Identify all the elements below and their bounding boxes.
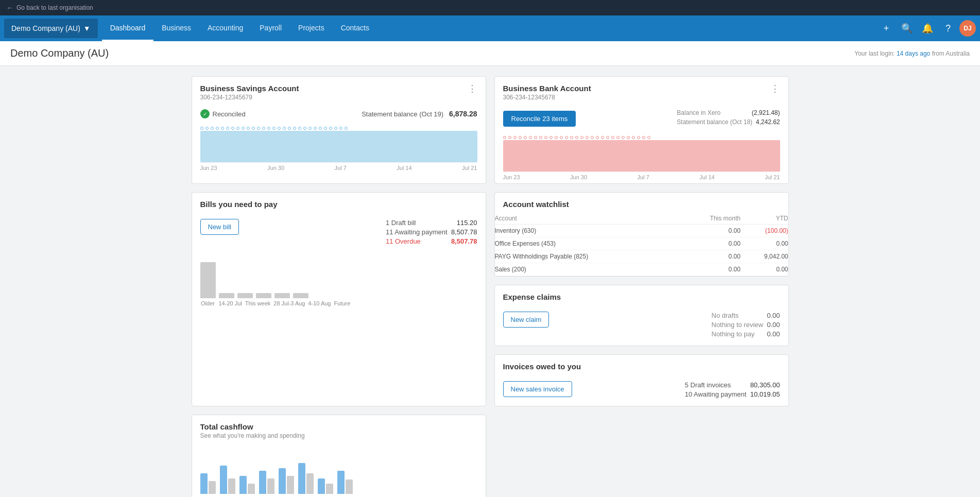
chart-label: Jul 21: [462, 165, 477, 171]
nav-dashboard[interactable]: Dashboard: [102, 15, 154, 41]
invoice-draft-amount: 80,305.00: [750, 381, 780, 389]
watchlist-table: Account This month YTD Inventory (630) 0…: [495, 213, 788, 276]
watchlist-title: Account watchlist: [503, 200, 569, 209]
chart-dot: [252, 127, 255, 130]
nav-payroll[interactable]: Payroll: [251, 15, 290, 41]
chart-dot: [616, 136, 620, 139]
cashflow-bar-group-2: [220, 466, 235, 494]
last-login-link[interactable]: 14 days ago: [897, 50, 930, 57]
chart-dot: [257, 127, 260, 130]
bank-balance-info: Balance in Xero (2,921.48) Statement bal…: [677, 109, 780, 128]
top-bar[interactable]: ← Go back to last organisation: [0, 0, 980, 15]
reconcile-button[interactable]: Reconcile 23 items: [503, 111, 576, 127]
new-sales-invoice-button[interactable]: New sales invoice: [503, 381, 572, 397]
savings-account-card: Business Savings Account 306-234-1234567…: [192, 76, 486, 184]
chart-dot: [314, 127, 317, 130]
watchlist-ytd-1: 0.00: [741, 237, 788, 250]
chart-dot: [642, 136, 645, 139]
bank-chart-labels: Jun 23 Jun 30 Jul 7 Jul 14 Jul 21: [503, 172, 780, 180]
bills-bar-labels: Older 14-20 Jul This week 28 Jul-3 Aug 4…: [200, 300, 477, 306]
chart-dot: [503, 136, 506, 139]
chart-dot: [200, 127, 203, 130]
bills-overdue-label: 11 Overdue: [386, 237, 421, 245]
nav-accounting[interactable]: Accounting: [199, 15, 251, 41]
bills-header: New bill 1 Draft bill 115.20 11 Awaiting…: [200, 219, 477, 247]
cashflow-bar-blue-3: [239, 476, 247, 494]
help-button[interactable]: ?: [939, 19, 957, 38]
new-claim-button[interactable]: New claim: [503, 312, 549, 328]
invoice-awaiting-amount: 10,019.05: [750, 390, 780, 398]
savings-statement-amount: 6,878.28: [449, 110, 477, 118]
savings-card-header: Business Savings Account 306-234-1234567…: [192, 77, 486, 105]
expense-drafts-row: No drafts 0.00: [712, 312, 780, 319]
expense-claims-card: Expense claims New claim No drafts 0.00 …: [494, 285, 789, 346]
nav-items: Dashboard Business Accounting Payroll Pr…: [102, 15, 877, 41]
bank-number: 306-234-12345678: [503, 94, 591, 101]
watchlist-ytd-3: 0.00: [741, 263, 788, 276]
expense-header: New claim No drafts 0.00 Nothing to revi…: [503, 312, 780, 339]
chart-label: Jun 30: [570, 174, 587, 180]
last-login-prefix: Your last login:: [854, 50, 897, 57]
bar-1420: [219, 293, 234, 298]
bank-chart-fill: [503, 140, 780, 172]
reconcile-status: ✓ Reconciled: [200, 109, 246, 118]
cashflow-bar-group-1: [200, 473, 216, 494]
chart-label: Jul 21: [765, 174, 780, 180]
cashflow-bar-blue-4: [259, 471, 266, 494]
nav-contacts[interactable]: Contacts: [333, 15, 377, 41]
new-bill-button[interactable]: New bill: [200, 219, 239, 235]
bank-statement-label: Statement balance (Oct 18): [677, 118, 752, 126]
add-button[interactable]: +: [877, 19, 896, 38]
cashflow-bar-group-4: [259, 471, 274, 494]
watchlist-account-2: PAYG Withholdings Payable (825): [495, 250, 680, 263]
chart-dot: [591, 136, 594, 139]
savings-menu-icon[interactable]: ⋮: [468, 84, 477, 93]
chart-dot: [298, 127, 301, 130]
cashflow-bar-blue-8: [337, 471, 345, 494]
watchlist-thismonth-3: 0.00: [680, 263, 741, 276]
user-avatar[interactable]: DJ: [959, 20, 976, 37]
bank-statement-row: Statement balance (Oct 18) 4,242.62: [677, 118, 780, 126]
bills-overdue-row: 11 Overdue 8,507.78: [386, 237, 477, 245]
chart-dot: [205, 127, 209, 130]
bills-draft-row: 1 Draft bill 115.20: [386, 219, 477, 227]
cashflow-bar-gray-5: [287, 476, 294, 494]
bar-thisweek: [237, 293, 253, 298]
bank-chart-container: [503, 136, 780, 172]
chart-dot: [611, 136, 614, 139]
cashflow-bar-blue-7: [318, 478, 325, 494]
cashflow-bar-blue-5: [279, 468, 286, 494]
chart-dot: [329, 127, 332, 130]
dropdown-arrow-icon: ▼: [83, 24, 91, 32]
col-ytd: YTD: [741, 213, 788, 225]
bills-content: New bill 1 Draft bill 115.20 11 Awaiting…: [192, 213, 486, 253]
notifications-button[interactable]: 🔔: [918, 19, 937, 38]
chart-dot: [293, 127, 296, 130]
nav-projects[interactable]: Projects: [290, 15, 333, 41]
chart-dot: [267, 127, 270, 130]
bank-xero-value: (2,921.48): [752, 109, 780, 116]
invoices-header: New sales invoice 5 Draft invoices 80,30…: [503, 381, 780, 400]
bank-card-header: Business Bank Account 306-234-12345678 ⋮: [495, 77, 788, 105]
invoices-card-header: Invoices owed to you: [495, 355, 788, 375]
chart-label: Jun 23: [200, 165, 217, 171]
bank-menu-icon[interactable]: ⋮: [770, 84, 780, 93]
bills-awaiting-row: 11 Awaiting payment 8,507.78: [386, 228, 477, 236]
expense-review-row: Nothing to review 0.00: [712, 321, 780, 329]
bar-2831: [256, 293, 271, 298]
bar-label-2831: 28 Jul-3 Aug: [273, 300, 305, 306]
savings-reconcile-row: ✓ Reconciled Statement balance (Oct 19) …: [192, 105, 486, 123]
search-button[interactable]: 🔍: [898, 19, 916, 38]
chart-dot: [529, 136, 532, 139]
chart-dot: [513, 136, 517, 139]
cashflow-content: [192, 443, 486, 497]
chart-dot: [596, 136, 599, 139]
bills-draft-label: 1 Draft bill: [386, 219, 416, 227]
bar-label-1420: 14-20 Jul: [219, 300, 242, 306]
nav-business[interactable]: Business: [153, 15, 199, 41]
chart-dot: [231, 127, 234, 130]
chart-dot: [278, 127, 281, 130]
bar-label-410: 4-10 Aug: [308, 300, 331, 306]
invoices-content: New sales invoice 5 Draft invoices 80,30…: [495, 375, 788, 406]
company-switcher[interactable]: Demo Company (AU) ▼: [4, 19, 98, 38]
